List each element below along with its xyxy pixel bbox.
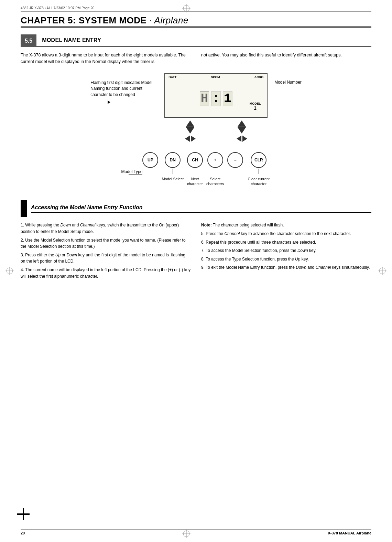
lcd-digit-3: 1 bbox=[223, 91, 232, 106]
arrow-right-right bbox=[242, 136, 247, 142]
arrow-lr-left bbox=[185, 136, 196, 142]
arrow-up-left bbox=[186, 120, 194, 127]
model-type-connector: Model Type bbox=[121, 152, 143, 174]
lcd-digit-2: : bbox=[211, 91, 221, 106]
arrow-dn-right bbox=[238, 127, 246, 134]
arrow-line bbox=[90, 102, 108, 102]
left-arrow-group bbox=[185, 120, 196, 142]
accessing-columns: 1. While pressing the Down and Channel k… bbox=[21, 222, 371, 281]
clr-vert-line bbox=[259, 169, 259, 174]
model-select-label: Model Select bbox=[162, 177, 184, 181]
plus-vert-line bbox=[215, 169, 215, 174]
model-number-text: Model Number bbox=[274, 80, 302, 85]
ch-vert-line bbox=[195, 169, 195, 174]
model-type-line bbox=[129, 174, 142, 174]
accessing-p9: 9. To exit the Model Name Entry function… bbox=[201, 264, 371, 271]
arrow-left-left bbox=[185, 136, 190, 142]
clear-current-label: Clear current character bbox=[247, 177, 271, 187]
lcd-batt: BATT bbox=[168, 75, 176, 79]
lcd-digit-1: H bbox=[200, 91, 209, 106]
accessing-p6: 6. Repeat this procedure until all three… bbox=[201, 239, 371, 246]
arrow-dn-left bbox=[186, 127, 194, 134]
accessing-note: Note: The character being selected will … bbox=[201, 222, 371, 229]
flashing-label-block: Flashing first digit indicates Model Nam… bbox=[90, 73, 157, 104]
note-text: The character being selected will flash. bbox=[213, 223, 284, 227]
lcd-model-label: MODEL 1 bbox=[250, 102, 261, 111]
accessing-p1: 1. While pressing the Down and Channel k… bbox=[21, 222, 191, 235]
arrow-up-right bbox=[238, 120, 246, 127]
btn-plus-item: + Selectcharacters bbox=[206, 152, 224, 187]
lcd-acro: ACRO bbox=[254, 75, 264, 79]
note-label: Note: bbox=[201, 223, 212, 227]
btn-plus[interactable]: + bbox=[207, 152, 223, 168]
crosshair-left bbox=[6, 267, 14, 275]
select-characters-label: Selectcharacters bbox=[206, 177, 224, 187]
top-meta-text: 4682 JR X-378 • ALL 7/23/02 10:07 PM Pag… bbox=[21, 6, 94, 10]
lcd-digits: H : 1 bbox=[200, 91, 232, 106]
desc-col2: not active. You may also find this usefu… bbox=[201, 52, 371, 65]
flashing-label-text: Flashing first digit indicates Model Nam… bbox=[90, 80, 157, 98]
lcd-spcm: SPCM bbox=[211, 75, 220, 79]
btn-minus[interactable]: – bbox=[227, 152, 243, 168]
accessing-header: Accessing the Model Name Entry Function bbox=[21, 200, 371, 217]
arrow-tip bbox=[108, 100, 110, 104]
lcd-status-row: BATT SPCM ACRO bbox=[165, 74, 267, 79]
btn-up-item: UP bbox=[142, 152, 158, 168]
section-title: MODEL NAME ENTRY bbox=[36, 34, 371, 47]
accessing-p7: 7. To access the Model Selection functio… bbox=[201, 247, 371, 254]
black-square-icon bbox=[21, 200, 27, 217]
desc-col1: The X-378 allows a 3-digit name to be in… bbox=[21, 52, 191, 65]
button-row-diagram: Model Type UP DN Model Select CH Nextc bbox=[21, 149, 371, 190]
next-character-label: Nextcharacter bbox=[187, 177, 203, 187]
dn-vert-line bbox=[173, 169, 173, 174]
accessing-p4: 4. The current name will be displayed in… bbox=[21, 267, 191, 279]
crosshair-right bbox=[378, 267, 386, 275]
lcd-arrows bbox=[164, 120, 268, 142]
arrow-left-right bbox=[237, 136, 241, 142]
btn-ch[interactable]: CH bbox=[187, 152, 203, 168]
description-block: The X-378 allows a 3-digit name to be in… bbox=[21, 52, 371, 65]
accessing-col1: 1. While pressing the Down and Channel k… bbox=[21, 222, 191, 281]
arrow-right-left bbox=[191, 136, 196, 142]
page-footer: 20 X-378 MANUAL Airplane bbox=[21, 529, 371, 535]
accessing-p3: 3. Press either the Up or Down key until… bbox=[21, 252, 191, 265]
transmitter-diagram-row: Flashing first digit indicates Model Nam… bbox=[21, 73, 371, 142]
btn-up[interactable]: UP bbox=[142, 152, 158, 168]
right-arrow-group bbox=[237, 120, 247, 142]
manual-label: X-378 MANUAL Airplane bbox=[328, 531, 371, 535]
top-meta: 4682 JR X-378 • ALL 7/23/02 10:07 PM Pag… bbox=[21, 6, 371, 12]
section-number: 5.5 bbox=[21, 34, 36, 47]
crosshair-top bbox=[182, 4, 190, 12]
accessing-title: Accessing the Model Name Entry Function bbox=[31, 204, 371, 213]
btn-dn-item: DN Model Select bbox=[162, 152, 184, 181]
lcd-device-wrapper: BATT SPCM ACRO H : 1 MODEL 1 bbox=[164, 73, 268, 142]
lcd-model-text: MODEL bbox=[250, 102, 261, 105]
plus-cross-icon bbox=[17, 508, 30, 523]
btn-clr-item: CLR Clear current character bbox=[247, 152, 271, 187]
page-number: 20 bbox=[21, 531, 25, 535]
buttons-row: UP DN Model Select CH Nextcharacter + Se bbox=[142, 152, 271, 187]
accessing-p5: 5. Press the Channel key to advance the … bbox=[201, 231, 371, 237]
accessing-p8: 8. To access the Type Selection function… bbox=[201, 256, 371, 263]
model-number-label: Model Number bbox=[274, 73, 302, 85]
section-header: 5.5 MODEL NAME ENTRY bbox=[21, 34, 371, 47]
btn-ch-item: CH Nextcharacter bbox=[187, 152, 203, 187]
accessing-col2: Note: The character being selected will … bbox=[201, 222, 371, 281]
btn-dn[interactable]: DN bbox=[165, 152, 181, 168]
lcd-device: BATT SPCM ACRO H : 1 MODEL 1 bbox=[164, 73, 268, 118]
chapter-title: CHAPTER 5: SYSTEM MODE · Airplane bbox=[21, 15, 188, 25]
lcd-model-num-val: 1 bbox=[254, 105, 257, 111]
chapter-underline bbox=[21, 26, 371, 28]
model-type-label: Model Type bbox=[121, 169, 143, 174]
btn-minus-item: – bbox=[227, 152, 243, 168]
arrow-lr-right bbox=[237, 136, 247, 142]
btn-clr[interactable]: CLR bbox=[251, 152, 266, 168]
accessing-section: Accessing the Model Name Entry Function … bbox=[21, 200, 371, 281]
accessing-p2: 2. Use the Model Selection function to s… bbox=[21, 237, 191, 250]
